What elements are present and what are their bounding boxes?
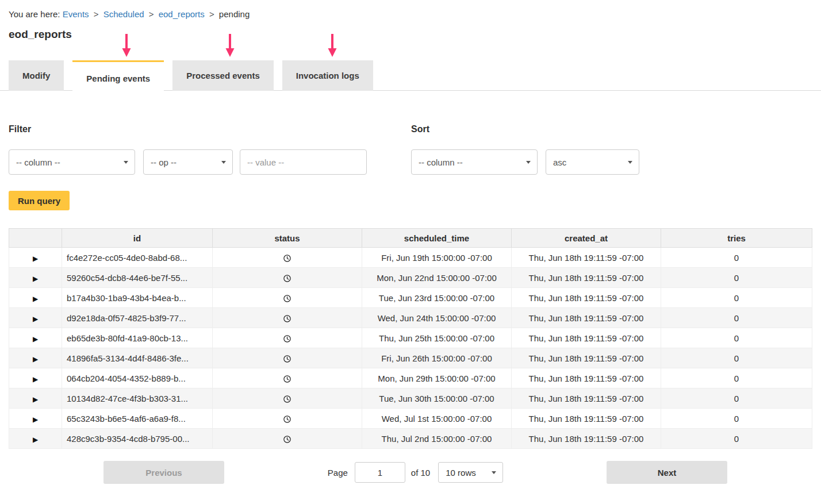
status-cell	[213, 348, 362, 368]
created-at-cell: Thu, Jun 18th 19:11:59 -07:00	[512, 288, 661, 308]
tab-processed-events[interactable]: Processed events	[172, 60, 274, 91]
tab-invocation-logs[interactable]: Invocation logs	[282, 60, 373, 91]
column-header-created-at: created_at	[512, 229, 661, 248]
rows-per-page-select[interactable]: 10 rows	[438, 462, 503, 483]
expand-cell: ▶	[9, 248, 62, 268]
tries-cell: 0	[661, 268, 812, 288]
page-number-input[interactable]	[355, 462, 405, 483]
breadcrumb-separator: >	[94, 9, 99, 19]
clock-icon	[283, 333, 291, 343]
pink-arrow-icon	[328, 34, 337, 57]
column-header-status: status	[213, 229, 362, 248]
breadcrumb-separator: >	[149, 9, 154, 19]
breadcrumb-current: pending	[219, 9, 250, 19]
clock-icon	[283, 353, 291, 363]
status-cell	[213, 308, 362, 328]
filter-heading: Filter	[9, 123, 411, 136]
sort-order-select[interactable]: asc	[546, 149, 639, 175]
breadcrumb: You are here: Events > Scheduled > eod_r…	[9, 0, 812, 19]
pink-arrow-icon	[225, 34, 235, 57]
breadcrumb-link-scheduled[interactable]: Scheduled	[103, 9, 144, 19]
table-row: ▶ eb65de3b-80fd-41a9-80cb-13... Thu, Jun…	[9, 328, 812, 348]
filter-column-select[interactable]: -- column --	[9, 149, 135, 175]
scheduled-time-cell: Fri, Jun 26th 15:00:00 -07:00	[362, 348, 512, 368]
column-header-scheduled-time: scheduled_time	[362, 229, 512, 248]
expand-row-button[interactable]: ▶	[33, 436, 38, 443]
id-cell: eb65de3b-80fd-41a9-80cb-13...	[62, 328, 213, 348]
expand-row-button[interactable]: ▶	[33, 295, 38, 302]
sort-section: Sort -- column -- asc	[411, 123, 812, 210]
breadcrumb-separator: >	[209, 9, 214, 19]
scheduled-time-cell: Fri, Jun 19th 15:00:00 -07:00	[362, 248, 512, 268]
scheduled-time-cell: Mon, Jun 29th 15:00:00 -07:00	[362, 368, 512, 388]
status-cell	[213, 388, 362, 409]
expand-row-button[interactable]: ▶	[33, 396, 38, 403]
tab-bar: Modify Pending events Processed events I…	[0, 60, 821, 91]
clock-icon	[283, 272, 291, 282]
expand-cell: ▶	[9, 268, 62, 288]
scheduled-time-cell: Tue, Jun 30th 15:00:00 -07:00	[362, 388, 512, 409]
expand-row-button[interactable]: ▶	[33, 316, 38, 322]
filter-op-select[interactable]: -- op --	[143, 149, 233, 175]
table-row: ▶ b17a4b30-1ba9-43b4-b4ea-b... Tue, Jun …	[9, 288, 812, 308]
expand-cell: ▶	[9, 429, 62, 449]
id-cell: 064cb204-4054-4352-b889-b...	[62, 368, 213, 388]
expand-cell: ▶	[9, 348, 62, 368]
id-cell: d92e18da-0f57-4825-b3f9-77...	[62, 308, 213, 328]
created-at-cell: Thu, Jun 18th 19:11:59 -07:00	[512, 368, 661, 388]
table-header-row: id status scheduled_time created_at trie…	[9, 229, 812, 248]
breadcrumb-link-events[interactable]: Events	[63, 9, 89, 19]
tries-cell: 0	[661, 348, 812, 368]
breadcrumb-prefix: You are here:	[9, 9, 60, 19]
next-page-button[interactable]: Next	[607, 461, 727, 484]
pending-events-table: id status scheduled_time created_at trie…	[9, 228, 812, 449]
filter-sort-section: Filter -- column -- -- op -- Run query	[9, 123, 812, 210]
status-cell	[213, 288, 362, 308]
id-cell: fc4e272e-cc05-4de0-8abd-68...	[62, 248, 213, 268]
expand-cell: ▶	[9, 328, 62, 348]
expand-row-button[interactable]: ▶	[33, 376, 38, 383]
created-at-cell: Thu, Jun 18th 19:11:59 -07:00	[512, 388, 661, 409]
expand-row-button[interactable]: ▶	[33, 416, 38, 423]
expand-cell: ▶	[9, 308, 62, 328]
clock-icon	[283, 393, 291, 403]
created-at-cell: Thu, Jun 18th 19:11:59 -07:00	[512, 268, 661, 288]
status-cell	[213, 268, 362, 288]
expand-row-button[interactable]: ▶	[33, 255, 38, 262]
status-cell	[213, 429, 362, 449]
table-row: ▶ 41896fa5-3134-4d4f-8486-3fe... Fri, Ju…	[9, 348, 812, 368]
filter-value-input[interactable]	[240, 149, 367, 175]
expand-row-button[interactable]: ▶	[33, 275, 38, 282]
expand-cell: ▶	[9, 388, 62, 409]
tries-cell: 0	[661, 308, 812, 328]
expand-cell: ▶	[9, 288, 62, 308]
title-row: eod_reports	[9, 27, 812, 60]
expand-row-button[interactable]: ▶	[33, 356, 38, 363]
created-at-cell: Thu, Jun 18th 19:11:59 -07:00	[512, 348, 661, 368]
expand-column-header	[9, 229, 62, 248]
expand-row-button[interactable]: ▶	[33, 336, 38, 343]
run-query-button[interactable]: Run query	[9, 191, 70, 210]
id-cell: 41896fa5-3134-4d4f-8486-3fe...	[62, 348, 213, 368]
clock-icon	[283, 313, 291, 322]
scheduled-time-cell: Wed, Jul 1st 15:00:00 -07:00	[362, 409, 512, 429]
tries-cell: 0	[661, 429, 812, 449]
table-row: ▶ fc4e272e-cc05-4de0-8abd-68... Fri, Jun…	[9, 248, 812, 268]
tab-modify[interactable]: Modify	[9, 60, 64, 91]
table-row: ▶ d92e18da-0f57-4825-b3f9-77... Wed, Jun…	[9, 308, 812, 328]
created-at-cell: Thu, Jun 18th 19:11:59 -07:00	[512, 248, 661, 268]
previous-page-button[interactable]: Previous	[103, 461, 224, 484]
table-row: ▶ 10134d82-47ce-4f3b-b303-31... Tue, Jun…	[9, 388, 812, 409]
created-at-cell: Thu, Jun 18th 19:11:59 -07:00	[512, 429, 661, 449]
table-body: ▶ fc4e272e-cc05-4de0-8abd-68... Fri, Jun…	[9, 248, 812, 449]
tab-pending-events[interactable]: Pending events	[72, 60, 164, 94]
page-label: Page	[328, 468, 348, 478]
expand-cell: ▶	[9, 368, 62, 388]
sort-column-select[interactable]: -- column --	[411, 149, 538, 175]
id-cell: 428c9c3b-9354-4cd8-b795-00...	[62, 429, 213, 449]
scheduled-time-cell: Tue, Jun 23rd 15:00:00 -07:00	[362, 288, 512, 308]
table-row: ▶ 59260c54-dcb8-44e6-be7f-55... Mon, Jun…	[9, 268, 812, 288]
pagination: Previous Page of 10 10 rows Next	[9, 461, 812, 497]
created-at-cell: Thu, Jun 18th 19:11:59 -07:00	[512, 308, 661, 328]
breadcrumb-link-eod-reports[interactable]: eod_reports	[159, 9, 205, 19]
